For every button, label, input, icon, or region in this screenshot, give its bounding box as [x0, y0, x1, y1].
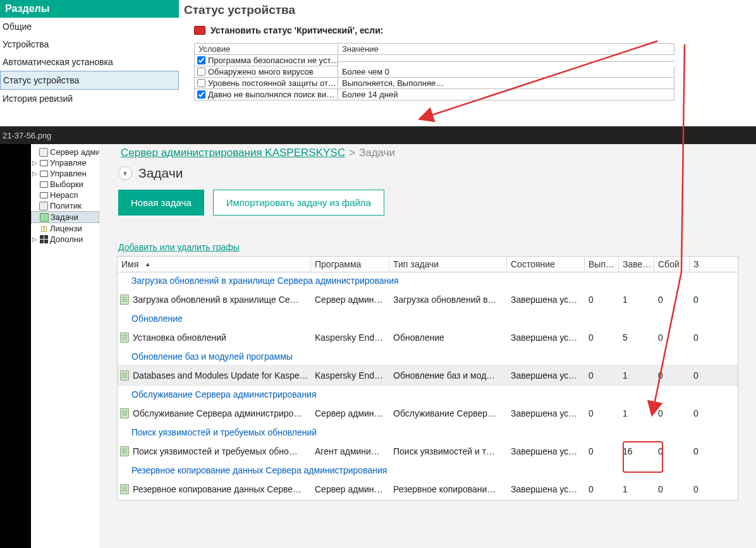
task-z: 0 [690, 406, 711, 421]
col-completed[interactable]: Заве… [619, 257, 654, 272]
status-title: Статус устройства [184, 0, 751, 20]
task-state: Завершена ус… [507, 444, 585, 459]
task-running: 0 [585, 406, 619, 421]
task-type: Поиск уязвимостей и т… [389, 444, 507, 459]
task-running: 0 [585, 444, 619, 459]
condition-row[interactable]: Уровень постоянной защиты от…Выполняется… [194, 78, 674, 89]
task-program: Сервер админ… [311, 406, 389, 421]
tree-item[interactable]: ▷⚿Лицензи [31, 223, 99, 234]
condition-checkbox[interactable] [197, 79, 205, 87]
monitor-icon [39, 191, 48, 200]
tree-expand-icon[interactable]: ▷ [32, 170, 37, 177]
task-item-icon [120, 295, 129, 305]
condition-checkbox[interactable] [197, 68, 205, 76]
tree-item-label: Управлен [50, 169, 87, 178]
section-item[interactable]: Статус устройства [0, 71, 179, 90]
tree-item-label: Лицензи [50, 224, 82, 233]
task-z: 0 [690, 444, 711, 459]
tree-item[interactable]: ▷Сервер адми [31, 147, 99, 157]
import-task-button[interactable]: Импортировать задачу из файла [213, 190, 384, 216]
tree-item[interactable]: ▷Политик [31, 200, 99, 211]
col-running[interactable]: Вып… [585, 257, 619, 272]
sort-asc-icon: ▲ [145, 261, 150, 267]
col-state[interactable]: Состояние [507, 257, 585, 272]
condition-label: Программа безопасности не уст… [208, 56, 338, 65]
task-item-icon [120, 446, 129, 456]
task-completed: 5 [619, 330, 654, 345]
breadcrumb-current: Задачи [359, 147, 395, 159]
task-state: Завершена ус… [507, 292, 585, 307]
section-item[interactable]: История ревизий [0, 90, 179, 107]
page-heading: Задачи [138, 166, 183, 181]
tree-item[interactable]: ▷Управляе [31, 157, 99, 168]
task-group-header[interactable]: Обновление [118, 310, 738, 327]
task-group-header[interactable]: Загрузка обновлений в хранилище Сервера … [118, 272, 738, 289]
task-z: 0 [690, 330, 711, 345]
task-completed: 16 [619, 444, 654, 459]
task-program: Сервер админ… [311, 292, 389, 307]
task-failed: 0 [654, 482, 690, 497]
task-group-header[interactable]: Обслуживание Сервера администрирования [118, 386, 738, 403]
edit-columns-link[interactable]: Добавить или удалить графы [99, 222, 756, 256]
task-name: Поиск уязвимостей и требуемых обно… [133, 446, 298, 456]
col-program[interactable]: Программа [311, 257, 389, 272]
server-icon [39, 202, 48, 210]
condition-value: Выполняется, Выполняе… [338, 78, 674, 89]
tree-expand-icon[interactable]: ▷ [32, 159, 37, 166]
task-group-header[interactable]: Обновление баз и модулей программы [118, 348, 738, 365]
tree-item[interactable]: ▷Задачи [31, 211, 99, 223]
condition-checkbox[interactable] [197, 56, 205, 64]
sections-panel: Разделы ОбщиеУстройстваАвтоматическая ус… [0, 0, 179, 126]
section-item[interactable]: Устройства [0, 35, 179, 53]
status-panel: Статус устройства Установить статус 'Кри… [179, 0, 756, 126]
cond-col-value[interactable]: Значение [338, 44, 674, 55]
condition-checkbox[interactable] [197, 90, 205, 99]
condition-row[interactable]: Давно не выполнялся поиск ви…Более 14 дн… [194, 89, 674, 100]
col-failed[interactable]: Сбой [654, 257, 690, 272]
task-z: 0 [690, 292, 711, 307]
tree-item-label: Политик [50, 201, 82, 210]
tree-item[interactable]: ▷Нерасп [31, 190, 99, 200]
task-running: 0 [585, 292, 619, 307]
task-completed: 1 [619, 368, 654, 383]
breadcrumb-server-link[interactable]: Сервер администрирования KASPERSKYSC [121, 147, 345, 159]
task-row[interactable]: Databases and Modules Update for Kaspe…K… [118, 365, 738, 386]
task-type: Обслуживание Сервер… [389, 406, 507, 421]
tree-item[interactable]: ▷Дополни [31, 234, 99, 245]
col-type[interactable]: Тип задачи [389, 257, 507, 272]
task-z: 0 [690, 368, 711, 383]
critical-monitor-icon [194, 26, 205, 35]
tree-expand-icon[interactable]: ▷ [32, 236, 37, 243]
section-item[interactable]: Общие [0, 18, 179, 35]
col-z[interactable]: З [690, 257, 711, 272]
task-row[interactable]: Обслуживание Сервера администриро…Сервер… [118, 403, 738, 424]
monitor-icon [39, 180, 48, 189]
tree-item[interactable]: ▷Управлен [31, 168, 99, 179]
task-row[interactable]: Резервное копирование данных Серве…Серве… [118, 478, 738, 500]
clip-icon [40, 213, 49, 222]
cond-col-condition[interactable]: Условие [194, 44, 338, 55]
condition-row[interactable]: Программа безопасности не уст… [194, 55, 674, 66]
task-completed: 1 [619, 406, 654, 421]
section-item[interactable]: Автоматическая установка [0, 53, 179, 71]
new-task-button[interactable]: Новая задача [118, 190, 204, 216]
col-name[interactable]: Имя▲ [118, 257, 311, 272]
collapse-toggle-icon[interactable]: ▼ [118, 166, 132, 180]
condition-label: Обнаружено много вирусов [208, 67, 314, 76]
task-failed: 0 [654, 444, 690, 459]
monitor-icon [39, 159, 48, 167]
task-row[interactable]: Установка обновленийKaspersky End…Обновл… [118, 327, 738, 348]
task-group-header[interactable]: Поиск уязвимостей и требуемых обновлений [118, 424, 738, 441]
task-row[interactable]: Загрузка обновлений в хранилище Се…Серве… [118, 289, 738, 310]
tree-item-label: Выборки [50, 180, 83, 189]
task-failed: 0 [654, 330, 690, 345]
task-table-header: Имя▲ Программа Тип задачи Состояние Вып…… [117, 256, 738, 272]
image-filename: 21-37-56.png [3, 131, 51, 140]
task-row[interactable]: Поиск уязвимостей и требуемых обно…Агент… [118, 441, 738, 462]
condition-row[interactable]: Обнаружено много вирусовБолее чем 0 [194, 66, 674, 78]
tree-item[interactable]: ▷Выборки [31, 179, 99, 190]
task-name: Резервное копирование данных Серве… [133, 484, 302, 494]
monitor-icon [39, 169, 48, 178]
task-group-header[interactable]: Резервное копирование данных Сервера адм… [118, 462, 738, 478]
breadcrumb: Сервер администрирования KASPERSKYSC>Зад… [99, 144, 756, 162]
